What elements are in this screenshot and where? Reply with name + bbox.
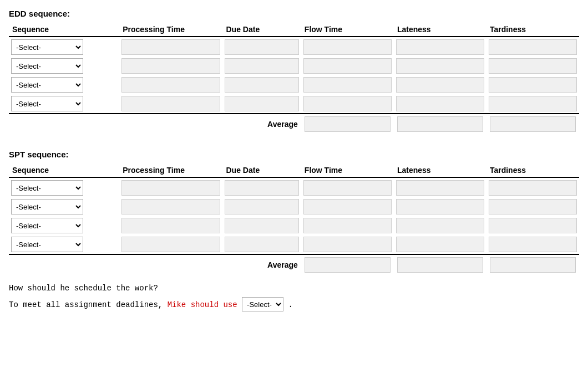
edd-col-lateness: Lateness	[394, 23, 486, 37]
edd-col-sequence: Sequence	[9, 23, 119, 37]
spt_section-tardiness-3[interactable]	[489, 237, 577, 252]
spt_section-tardiness-1[interactable]	[489, 199, 577, 214]
spt_section-flowtime-1[interactable]	[303, 199, 392, 214]
spt_section-duedate-1[interactable]	[225, 199, 298, 214]
spt_section-lateness-0[interactable]	[396, 180, 484, 196]
spt_section-avg-label: Average	[9, 254, 301, 275]
spt_section-duedate-2[interactable]	[225, 218, 298, 233]
spt-table: Sequence Processing Time Due Date Flow T…	[9, 163, 579, 275]
edd_section-avg-lateness[interactable]	[397, 116, 483, 132]
edd_section-flowtime-1[interactable]	[303, 58, 392, 74]
spt-section: SPT sequence: Sequence Processing Time D…	[9, 150, 579, 275]
spt_section-seq-select-2[interactable]: -Select-ABCD	[11, 218, 83, 233]
spt_section-lateness-3[interactable]	[396, 237, 484, 252]
edd_section-avg-flowtime[interactable]	[305, 116, 391, 132]
edd-table: Sequence Processing Time Due Date Flow T…	[9, 23, 579, 134]
edd-col-flowtime: Flow Time	[301, 23, 394, 37]
edd_section-avg-tardiness[interactable]	[490, 116, 576, 132]
spt_section-duedate-3[interactable]	[225, 237, 298, 252]
edd_section-lateness-1[interactable]	[396, 58, 484, 74]
edd-title: EDD sequence:	[9, 9, 579, 18]
spt_section-flowtime-2[interactable]	[303, 218, 392, 233]
edd_section-processing-0[interactable]	[121, 39, 220, 55]
edd_section-tardiness-0[interactable]	[489, 39, 577, 55]
spt_section-seq-select-0[interactable]: -Select-ABCD	[11, 180, 83, 196]
edd_section-lateness-2[interactable]	[396, 77, 484, 93]
table-row: -Select-ABCD	[9, 216, 579, 235]
edd-header-row: Sequence Processing Time Due Date Flow T…	[9, 23, 579, 37]
edd_section-seq-select-2[interactable]: -Select-ABCD	[11, 77, 83, 93]
spt_section-processing-1[interactable]	[121, 199, 220, 214]
spt-col-sequence: Sequence	[9, 163, 119, 177]
edd_section-duedate-0[interactable]	[225, 39, 298, 55]
edd-col-processing: Processing Time	[119, 23, 222, 37]
table-row: -Select-ABCD	[9, 57, 579, 75]
table-row: -Select-ABCD	[9, 75, 579, 94]
average-row: Average	[9, 254, 579, 275]
spt-title: SPT sequence:	[9, 150, 579, 159]
answer-highlight: Mike should use	[168, 300, 242, 309]
edd_section-lateness-0[interactable]	[396, 39, 484, 55]
spt_section-avg-tardiness[interactable]	[490, 257, 576, 273]
edd_section-processing-1[interactable]	[121, 58, 220, 74]
edd_section-seq-select-0[interactable]: -Select-ABCD	[11, 39, 83, 55]
spt_section-avg-flowtime[interactable]	[305, 257, 391, 273]
spt_section-tardiness-2[interactable]	[489, 218, 577, 233]
average-row: Average	[9, 114, 579, 134]
spt-col-lateness: Lateness	[394, 163, 486, 177]
spt_section-tardiness-0[interactable]	[489, 180, 577, 196]
edd_section-duedate-1[interactable]	[225, 58, 298, 74]
edd_section-seq-select-1[interactable]: -Select-ABCD	[11, 58, 83, 74]
edd_section-duedate-2[interactable]	[225, 77, 298, 93]
edd_section-flowtime-0[interactable]	[303, 39, 392, 55]
edd-col-duedate: Due Date	[222, 23, 301, 37]
table-row: -Select-ABCD	[9, 197, 579, 216]
spt_section-lateness-1[interactable]	[396, 199, 484, 214]
edd_section-lateness-3[interactable]	[396, 96, 484, 111]
edd_section-seq-select-3[interactable]: -Select-ABCD	[11, 96, 83, 111]
spt_section-seq-select-1[interactable]: -Select-ABCD	[11, 199, 83, 214]
edd_section-processing-2[interactable]	[121, 77, 220, 93]
edd_section-avg-label: Average	[9, 114, 301, 134]
spt-header-row: Sequence Processing Time Due Date Flow T…	[9, 163, 579, 177]
spt_section-seq-select-3[interactable]: -Select-ABCD	[11, 237, 83, 252]
edd_section-duedate-3[interactable]	[225, 96, 298, 111]
spt-col-duedate: Due Date	[222, 163, 301, 177]
table-row: -Select-ABCD	[9, 235, 579, 254]
answer-line: To meet all assignment deadlines, Mike s…	[9, 297, 579, 311]
answer-prefix: To meet all assignment deadlines,	[9, 300, 163, 309]
spt_section-processing-3[interactable]	[121, 237, 220, 252]
spt_section-lateness-2[interactable]	[396, 218, 484, 233]
table-row: -Select-ABCD	[9, 178, 579, 197]
edd_section-tardiness-3[interactable]	[489, 96, 577, 111]
table-row: -Select-ABCD	[9, 38, 579, 57]
answer-suffix: .	[288, 300, 292, 309]
spt_section-duedate-0[interactable]	[225, 180, 298, 196]
spt-col-tardiness: Tardiness	[486, 163, 579, 177]
spt_section-processing-2[interactable]	[121, 218, 220, 233]
edd_section-flowtime-3[interactable]	[303, 96, 392, 111]
spt_section-flowtime-0[interactable]	[303, 180, 392, 196]
spt-col-flowtime: Flow Time	[301, 163, 394, 177]
edd-section: EDD sequence: Sequence Processing Time D…	[9, 9, 579, 134]
edd_section-flowtime-2[interactable]	[303, 77, 392, 93]
answer-select[interactable]: -Select-EDDSPTFCFSLPT	[242, 297, 283, 311]
edd_section-processing-3[interactable]	[121, 96, 220, 111]
spt_section-processing-0[interactable]	[121, 180, 220, 196]
table-row: -Select-ABCD	[9, 94, 579, 114]
edd_section-tardiness-1[interactable]	[489, 58, 577, 74]
edd-col-tardiness: Tardiness	[486, 23, 579, 37]
spt_section-avg-lateness[interactable]	[397, 257, 483, 273]
edd_section-tardiness-2[interactable]	[489, 77, 577, 93]
spt_section-flowtime-3[interactable]	[303, 237, 392, 252]
question-text: How should he schedule the work?	[9, 284, 579, 293]
spt-col-processing: Processing Time	[119, 163, 222, 177]
